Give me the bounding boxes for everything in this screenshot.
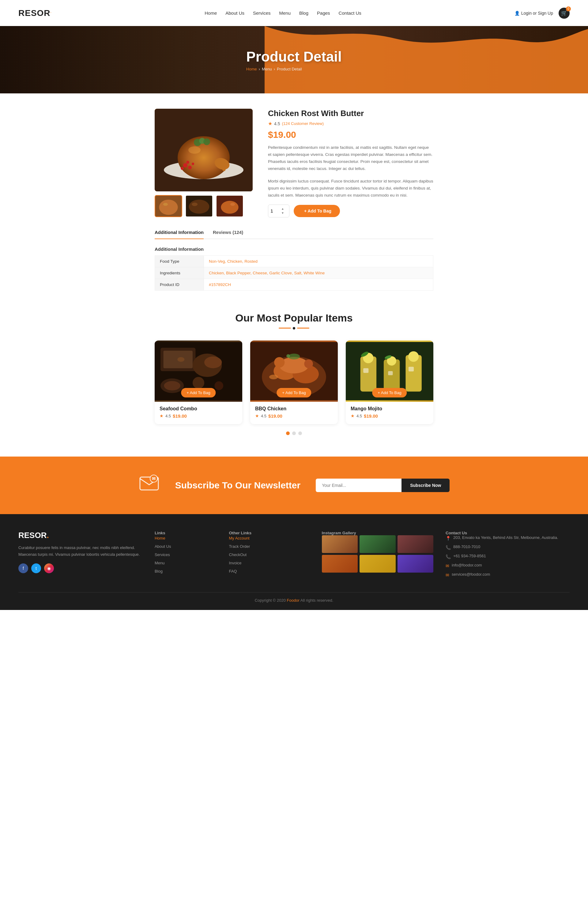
cart-button[interactable]: 🛒 0: [558, 8, 570, 19]
footer-about-col: RESOR. Curabitur posuere felis in massa …: [18, 531, 142, 581]
additional-info-panel: Additional Information Food Type Non-Veg…: [155, 247, 433, 291]
info-label-2: Product ID: [155, 278, 204, 290]
svg-rect-52: [363, 368, 368, 373]
facebook-button[interactable]: f: [18, 563, 28, 573]
qty-up[interactable]: ▲: [280, 207, 285, 211]
page-title: Product Detail: [246, 49, 342, 65]
login-link[interactable]: 👤 Login or Sign Up: [514, 11, 553, 16]
brand-link[interactable]: Foodor: [287, 598, 300, 603]
add-to-bag-button[interactable]: + Add To Bag: [294, 205, 340, 217]
user-icon: 👤: [514, 11, 520, 16]
list-item: Track Order: [229, 544, 309, 549]
svg-point-27: [204, 356, 222, 368]
nav-contact[interactable]: Contact Us: [339, 10, 362, 16]
card-btn-label-0: + Add To Bag: [187, 390, 210, 395]
insta-thumb-3[interactable]: [398, 535, 433, 553]
footer-link-blog[interactable]: Blog: [155, 569, 163, 574]
card-add-btn-0[interactable]: + Add To Bag: [181, 388, 215, 398]
card-star-0: ★: [160, 414, 164, 418]
section-divider: [155, 327, 433, 329]
qty-arrows: ▲ ▼: [280, 207, 285, 215]
product-thumbnails: [155, 195, 253, 217]
footer-top: RESOR. Curabitur posuere felis in massa …: [18, 531, 570, 581]
card-price-0: $19.00: [173, 414, 187, 418]
email-icon-2: ✉: [446, 573, 449, 577]
svg-point-30: [193, 377, 204, 389]
breadcrumb-menu[interactable]: Menu: [262, 67, 272, 71]
svg-rect-54: [409, 367, 414, 371]
insta-thumb-4[interactable]: [322, 555, 358, 573]
tab-reviews[interactable]: Reviews (124): [213, 230, 243, 239]
list-item: Invoice: [229, 560, 309, 566]
footer-link-home[interactable]: Home: [155, 536, 165, 540]
footer-other-link-3[interactable]: Invoice: [229, 561, 241, 565]
footer-other-links-col: Other Links My Account Track Order Check…: [229, 531, 309, 581]
svg-point-11: [186, 161, 189, 164]
card-name-2: Mango Mojito: [351, 406, 428, 412]
insta-thumb-6[interactable]: [398, 555, 433, 573]
qty-down[interactable]: ▼: [280, 211, 285, 215]
nav-blog[interactable]: Blog: [299, 10, 308, 16]
svg-point-29: [164, 381, 180, 390]
qty-field[interactable]: [268, 208, 280, 214]
insta-thumb-2[interactable]: [360, 535, 395, 553]
product-main-image: [155, 109, 253, 191]
thumbnail-3[interactable]: [216, 195, 244, 217]
footer-instagram-title: Instagram Gallery: [322, 531, 433, 535]
svg-point-19: [192, 203, 198, 206]
svg-point-31: [214, 381, 223, 390]
nav-pages[interactable]: Pages: [317, 10, 330, 16]
twitter-button[interactable]: t: [31, 563, 41, 573]
thumbnail-2[interactable]: [185, 195, 213, 217]
breadcrumb-home[interactable]: Home: [246, 67, 257, 71]
phone-icon-2: 📞: [446, 554, 451, 559]
footer-other-link-2[interactable]: CheckOut: [229, 552, 247, 557]
newsletter-section: ✉ Subscribe To Our Newsletter Subscribe …: [0, 456, 588, 514]
card-add-btn-2[interactable]: + Add To Bag: [372, 388, 407, 398]
card-add-btn-1[interactable]: + Add To Bag: [277, 388, 311, 398]
card-rating-num-1: 4.5: [261, 414, 266, 418]
footer-other-links-title: Other Links: [229, 531, 309, 535]
thumbnail-1[interactable]: [155, 195, 182, 217]
info-value-0: Non-Veg, Chicken, Rosted: [204, 255, 433, 267]
footer-other-links-list: My Account Track Order CheckOut Invoice …: [229, 535, 309, 574]
insta-thumb-5[interactable]: [360, 555, 395, 573]
footer-logo[interactable]: RESOR.: [18, 531, 142, 540]
list-item: About Us: [155, 544, 217, 549]
carousel-dot-1[interactable]: [286, 431, 290, 435]
instagram-button[interactable]: ◉: [44, 563, 54, 573]
footer-link-services[interactable]: Services: [155, 552, 170, 557]
footer-other-link-1[interactable]: Track Order: [229, 544, 250, 549]
svg-point-21: [221, 201, 238, 214]
footer-contact-title: Contact Us: [446, 531, 570, 535]
header: RESOR. Home About Us Services Menu Blog …: [0, 0, 588, 26]
card-rating-1: ★ 4.5 $19.00: [255, 414, 333, 418]
footer-link-menu[interactable]: Menu: [155, 561, 165, 565]
breadcrumb: Home › Menu › Product Detail: [246, 67, 342, 71]
nav-about[interactable]: About Us: [225, 10, 244, 16]
svg-point-41: [286, 354, 290, 357]
tab-additional-info[interactable]: Additional Information: [155, 230, 204, 239]
quantity-input[interactable]: ▲ ▼: [268, 205, 289, 217]
additional-info-heading: Additional Information: [155, 247, 433, 252]
card-star-2: ★: [351, 414, 355, 418]
info-label-1: Ingredients: [155, 267, 204, 278]
list-item: Blog: [155, 568, 217, 574]
contact-email-2: ✉ services@foodor.com: [446, 572, 570, 577]
table-row: Product ID #157892CH: [155, 278, 433, 290]
insta-thumb-1[interactable]: [322, 535, 358, 553]
carousel-dot-2[interactable]: [292, 431, 296, 435]
email-2-text: services@foodor.com: [452, 572, 490, 577]
footer-other-link-0[interactable]: My Account: [229, 536, 249, 540]
nav-home[interactable]: Home: [204, 10, 217, 16]
email-1-text: info@foodor.com: [452, 563, 482, 567]
newsletter-email-input[interactable]: [316, 478, 401, 492]
site-logo[interactable]: RESOR.: [18, 8, 52, 18]
nav-services[interactable]: Services: [253, 10, 271, 16]
footer-other-link-4[interactable]: FAQ: [229, 569, 237, 574]
nav-menu[interactable]: Menu: [279, 10, 291, 16]
carousel-dot-3[interactable]: [298, 431, 302, 435]
product-top: Chicken Rost With Butter ★ 4.5 (124 Cust…: [155, 109, 433, 217]
footer-link-about[interactable]: About Us: [155, 544, 171, 549]
newsletter-subscribe-button[interactable]: Subscribe Now: [401, 478, 450, 492]
